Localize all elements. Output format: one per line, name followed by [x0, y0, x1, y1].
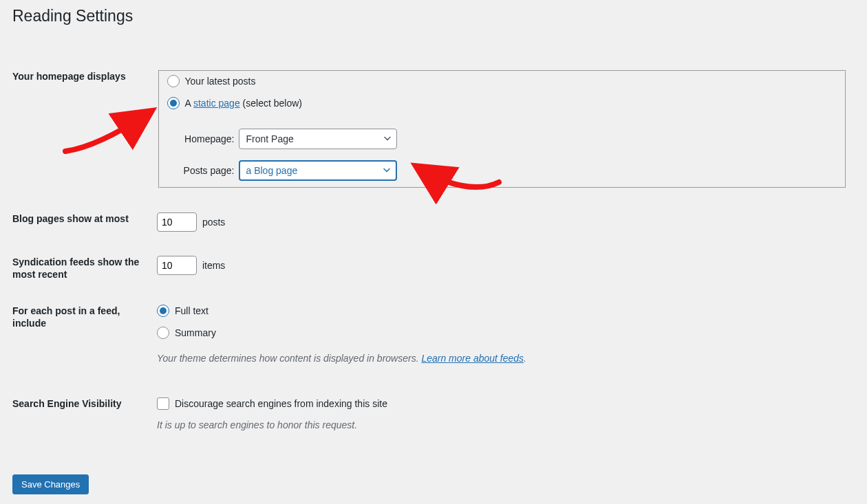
feedinclude-note: Your theme determines how content is dis… — [157, 353, 848, 364]
static-prefix: A — [185, 98, 193, 109]
radio-full-text[interactable] — [157, 305, 169, 317]
sev-section-label: Search Engine Visibility — [12, 387, 157, 454]
syndication-input[interactable] — [157, 256, 197, 275]
radio-summary-label: Summary — [175, 327, 216, 338]
sev-checkbox[interactable] — [157, 397, 169, 410]
syndication-section-label: Syndication feeds show the most recent — [12, 245, 157, 294]
radio-static-page-label: A static page (select below) — [185, 98, 302, 109]
radio-latest-posts[interactable] — [167, 75, 180, 87]
radio-static-page[interactable] — [167, 97, 180, 109]
feedinclude-note-suffix: . — [524, 353, 526, 364]
radio-latest-posts-label: Your latest posts — [185, 76, 256, 87]
static-suffix: (select below) — [240, 98, 302, 109]
radio-full-text-label: Full text — [175, 305, 208, 316]
static-page-link[interactable]: static page — [193, 98, 240, 109]
blogpages-suffix: posts — [202, 217, 225, 228]
sev-checkbox-label: Discourage search engines from indexing … — [175, 398, 387, 409]
syndication-suffix: items — [202, 260, 225, 271]
feedinclude-note-prefix: Your theme determines how content is dis… — [157, 353, 421, 364]
learn-more-feeds-link[interactable]: Learn more about feeds — [421, 353, 524, 364]
sev-note: It is up to search engines to honor this… — [157, 419, 848, 430]
save-changes-button[interactable]: Save Changes — [12, 474, 89, 494]
chevron-down-icon — [384, 136, 391, 143]
chevron-down-icon — [383, 168, 390, 175]
postspage-select-label: Posts page: — [180, 165, 235, 176]
blogpages-section-label: Blog pages show at most — [12, 202, 157, 245]
feedinclude-section-label: For each post in a feed, include — [12, 294, 157, 387]
homepage-section-label: Your homepage displays — [12, 60, 157, 202]
homepage-select-value: Front Page — [246, 133, 294, 144]
radio-summary[interactable] — [157, 327, 169, 339]
page-title: Reading Settings — [12, 7, 855, 25]
postspage-select[interactable]: a Blog page — [239, 160, 397, 181]
postspage-select-value: a Blog page — [246, 165, 298, 176]
homepage-select-label: Homepage: — [180, 133, 235, 144]
homepage-select[interactable]: Front Page — [239, 129, 397, 149]
settings-table: Your homepage displays Your latest posts… — [12, 60, 855, 454]
blogpages-input[interactable] — [157, 212, 197, 232]
homepage-displays-fieldset: Your latest posts A static page (select … — [158, 70, 846, 188]
